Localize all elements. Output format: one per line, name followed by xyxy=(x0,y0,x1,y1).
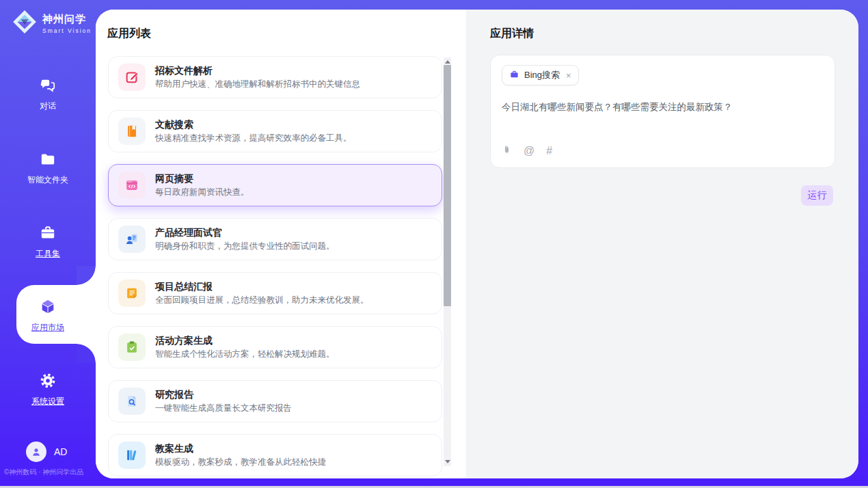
app-desc: 智能生成个性化活动方案，轻松解决规划难题。 xyxy=(155,349,335,360)
sidebar-item-settings[interactable]: 系统设置 xyxy=(0,372,96,407)
books-icon xyxy=(118,442,146,469)
app-desc: 全面回顾项目进展，总结经验教训，助力未来优化发展。 xyxy=(155,295,369,306)
tool-chip-label: Bing搜索 xyxy=(524,69,560,81)
app-card-event-plan[interactable]: 活动方案生成 智能生成个性化活动方案，轻松解决规划难题。 xyxy=(108,326,442,368)
scrollbar-up-arrow-icon[interactable] xyxy=(445,60,450,64)
paperclip-icon[interactable] xyxy=(502,144,512,158)
close-icon[interactable]: × xyxy=(566,70,571,81)
scrollbar[interactable] xyxy=(444,57,451,466)
sidebar-item-label: 对话 xyxy=(0,100,96,112)
diamond-logo-icon xyxy=(12,9,38,38)
app-card-literature-search[interactable]: 文献搜索 快速精准查找学术资源，提高研究效率的必备工具。 xyxy=(108,110,442,152)
chat-icon xyxy=(39,85,57,96)
sidebar-item-label: 工具集 xyxy=(0,248,96,260)
app-card-web-summary[interactable]: 网页摘要 每日政府新闻资讯快查。 xyxy=(108,164,442,206)
sidebar-item-label: 系统设置 xyxy=(0,396,96,407)
app-name: 活动方案生成 xyxy=(155,335,335,347)
scrollbar-down-arrow-icon[interactable] xyxy=(445,460,450,463)
edit-square-icon xyxy=(118,64,146,91)
query-input[interactable]: 今日湖北有哪些新闻要点？有哪些需要关注的最新政策？ xyxy=(502,100,824,114)
app-name: 产品经理面试官 xyxy=(155,227,335,239)
app-desc: 每日政府新闻资讯快查。 xyxy=(155,187,249,198)
app-name: 教案生成 xyxy=(155,443,326,455)
composer-toolbar: @ # xyxy=(502,144,552,158)
note-icon xyxy=(118,280,146,307)
app-name: 项目总结汇报 xyxy=(155,281,369,293)
tool-chip-bing-search[interactable]: Bing搜索 × xyxy=(502,65,579,85)
scrollbar-thumb[interactable] xyxy=(444,65,451,306)
sidebar-item-label: 应用市场 xyxy=(0,322,96,334)
app-desc: 模板驱动，教案秒成，教学准备从此轻松快捷 xyxy=(155,457,326,467)
copyright-footer: ©神州数码 · 神州问学出品 xyxy=(4,467,96,477)
folder-icon xyxy=(39,159,57,170)
app-desc: 快速精准查找学术资源，提高研究效率的必备工具。 xyxy=(155,133,352,144)
book-icon xyxy=(118,118,146,145)
sidebar-item-smart-folder[interactable]: 智能文件夹 xyxy=(0,150,96,186)
interview-icon xyxy=(118,226,146,253)
browser-code-icon xyxy=(118,172,146,199)
main-panel: 应用列表 招标文件解析 帮助用户快速、准确地理解和解析招标书中的关键信息 xyxy=(96,10,858,478)
gear-icon xyxy=(39,380,57,392)
app-name: 网页摘要 xyxy=(155,173,249,185)
app-desc: 明确身份和职责，为您提供专业性的面试问题。 xyxy=(155,241,335,252)
sidebar-item-chat[interactable]: 对话 xyxy=(0,77,96,112)
app-detail-section: 应用详情 Bing搜索 × 今日湖北有哪些新闻要点？有哪些需要关注的最新政策？ xyxy=(466,10,858,478)
app-name: 招标文件解析 xyxy=(155,65,360,77)
brand-subtitle: Smart Vision xyxy=(42,27,92,34)
cube-icon xyxy=(39,306,57,318)
app-card-research-report[interactable]: 研究报告 一键智能生成高质量长文本研究报告 xyxy=(108,380,442,422)
app-list-title: 应用列表 xyxy=(107,27,151,41)
app-card-project-summary[interactable]: 项目总结汇报 全面回顾项目进展，总结经验教训，助力未来优化发展。 xyxy=(108,272,442,314)
app-detail-title: 应用详情 xyxy=(490,27,534,41)
sidebar-item-label: 智能文件夹 xyxy=(0,174,96,186)
app-card-lesson-plan[interactable]: 教案生成 模板驱动，教案秒成，教学准备从此轻松快捷 xyxy=(108,434,442,476)
brand-name: 神州问学 xyxy=(42,13,86,25)
app-card-pm-interviewer[interactable]: 产品经理面试官 明确身份和职责，为您提供专业性的面试问题。 xyxy=(108,218,442,260)
blob-corner-bottom xyxy=(77,344,96,363)
sidebar-item-toolset[interactable]: 工具集 xyxy=(0,224,96,260)
sidebar: 神州问学 Smart Vision 对话 智能文件夹 工具集 xyxy=(0,0,96,488)
briefcase-icon xyxy=(509,69,519,82)
app-list-section: 应用列表 招标文件解析 帮助用户快速、准确地理解和解析招标书中的关键信息 xyxy=(96,10,466,478)
research-icon xyxy=(118,388,146,415)
user-account[interactable]: AD xyxy=(26,442,67,462)
app-name: 研究报告 xyxy=(155,389,292,401)
run-button[interactable]: 运行 xyxy=(801,185,833,206)
sidebar-item-app-market[interactable]: 应用市场 xyxy=(0,298,96,334)
app-card-tender-parse[interactable]: 招标文件解析 帮助用户快速、准确地理解和解析招标书中的关键信息 xyxy=(108,56,442,98)
blob-corner-top xyxy=(77,266,96,285)
app-logo: 神州问学 Smart Vision xyxy=(12,9,92,38)
app-desc: 一键智能生成高质量长文本研究报告 xyxy=(155,403,292,414)
app-desc: 帮助用户快速、准确地理解和解析招标书中的关键信息 xyxy=(155,79,360,90)
avatar xyxy=(26,442,46,462)
hash-icon[interactable]: # xyxy=(546,146,552,157)
toolbox-icon xyxy=(39,232,57,244)
app-name: 文献搜索 xyxy=(155,119,352,131)
clipboard-check-icon xyxy=(118,334,146,361)
user-initials: AD xyxy=(54,446,67,457)
mention-icon[interactable]: @ xyxy=(524,146,534,157)
prompt-card: Bing搜索 × 今日湖北有哪些新闻要点？有哪些需要关注的最新政策？ @ # xyxy=(490,55,835,168)
